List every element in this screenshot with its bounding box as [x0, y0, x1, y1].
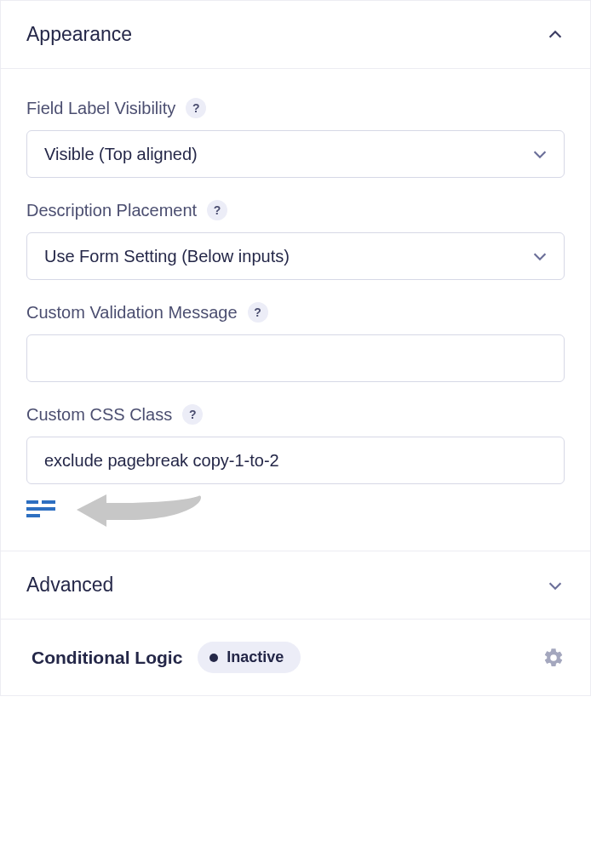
- advanced-title: Advanced: [26, 574, 113, 597]
- field-label-visibility-label: Field Label Visibility: [26, 99, 175, 118]
- gear-icon[interactable]: [542, 647, 565, 669]
- help-icon[interactable]: ?: [182, 404, 203, 425]
- css-preset-icon[interactable]: [26, 500, 55, 521]
- chevron-up-icon: [546, 26, 565, 44]
- conditional-logic-row: Conditional Logic Inactive: [1, 619, 590, 695]
- appearance-title: Appearance: [26, 23, 132, 46]
- description-placement-label: Description Placement: [26, 201, 197, 220]
- svg-rect-1: [42, 500, 55, 504]
- custom-css-class-input[interactable]: [26, 437, 565, 484]
- description-placement-select[interactable]: Use Form Setting (Below inputs): [26, 232, 565, 280]
- status-label: Inactive: [227, 648, 284, 666]
- conditional-logic-title: Conditional Logic: [32, 648, 182, 668]
- annotation-arrow-icon: [74, 491, 202, 528]
- custom-validation-label: Custom Validation Message: [26, 303, 238, 323]
- help-icon[interactable]: ?: [186, 98, 206, 118]
- field-label-row: Custom Validation Message ?: [26, 302, 565, 323]
- description-placement: Description Placement ? Use Form Setting…: [26, 200, 565, 280]
- custom-validation-input[interactable]: [26, 334, 565, 382]
- status-dot-icon: [209, 654, 218, 662]
- custom-css-class-label: Custom CSS Class: [26, 405, 172, 425]
- field-label-row: Custom CSS Class ?: [26, 404, 565, 425]
- svg-rect-3: [26, 514, 40, 517]
- help-icon[interactable]: ?: [207, 200, 227, 220]
- custom-css-class: Custom CSS Class ?: [26, 404, 565, 528]
- help-icon[interactable]: ?: [248, 302, 268, 323]
- status-badge: Inactive: [198, 642, 301, 673]
- custom-validation-message: Custom Validation Message ?: [26, 302, 565, 382]
- svg-rect-0: [26, 500, 38, 504]
- field-label-visibility-select[interactable]: Visible (Top aligned): [26, 130, 565, 178]
- field-label-row: Field Label Visibility ?: [26, 98, 565, 118]
- conditional-logic-left: Conditional Logic Inactive: [32, 642, 301, 673]
- select-wrap: Use Form Setting (Below inputs): [26, 232, 565, 280]
- appearance-section-body: Field Label Visibility ? Visible (Top al…: [1, 69, 590, 551]
- svg-rect-2: [26, 507, 55, 511]
- advanced-section-header[interactable]: Advanced: [1, 551, 590, 619]
- select-wrap: Visible (Top aligned): [26, 130, 565, 178]
- field-label-visibility: Field Label Visibility ? Visible (Top al…: [26, 98, 565, 178]
- css-class-icon-row: [26, 493, 565, 528]
- settings-panel: Appearance Field Label Visibility ? Visi…: [0, 0, 591, 696]
- chevron-down-icon: [546, 576, 565, 595]
- appearance-section-header[interactable]: Appearance: [1, 1, 590, 69]
- field-label-row: Description Placement ?: [26, 200, 565, 220]
